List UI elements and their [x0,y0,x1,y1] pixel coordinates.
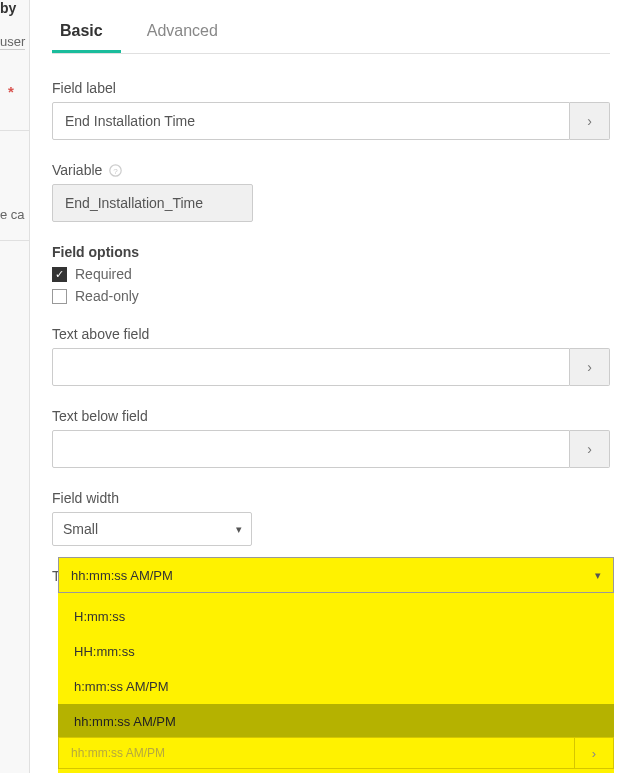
text-below-input[interactable] [52,430,570,468]
chevron-right-icon: › [587,441,592,457]
required-label: Required [75,266,132,282]
field-label-input[interactable] [52,102,570,140]
text-above-expand-button[interactable]: › [570,348,610,386]
label-text-above: Text above field [52,326,610,342]
chevron-down-icon: ▾ [595,569,601,582]
svg-text:?: ? [113,166,118,175]
chevron-right-icon: › [587,113,592,129]
dropdown-option[interactable]: hh:mm:ss AM/PM [58,704,614,739]
time-format-value: hh:mm:ss AM/PM [71,568,173,583]
tab-bar: Basic Advanced [52,0,610,54]
readonly-checkbox-row[interactable]: Read-only [52,288,610,304]
left-user-label: user [0,34,25,50]
text-below-expand-button[interactable]: › [570,430,610,468]
label-field-options: Field options [52,244,610,260]
label-field-label: Field label [52,80,610,96]
tab-advanced[interactable]: Advanced [139,22,236,53]
label-variable-text: Variable [52,162,102,178]
chevron-right-icon: › [592,746,596,761]
time-format-select[interactable]: hh:mm:ss AM/PM ▾ [58,557,614,593]
chevron-right-icon: › [587,359,592,375]
divider [0,130,30,131]
time-format-dropdown: H:mm:ss HH:mm:ss h:mm:ss AM/PM hh:mm:ss … [58,599,614,739]
divider [0,240,30,241]
ghost-expand-button[interactable]: › [574,737,614,769]
variable-input [52,184,253,222]
text-above-input[interactable] [52,348,570,386]
tab-basic[interactable]: Basic [52,22,121,53]
dropdown-option[interactable]: h:mm:ss AM/PM [58,669,614,704]
check-icon: ✓ [55,268,64,281]
ghost-value: hh:mm:ss AM/PM [58,737,574,769]
readonly-checkbox[interactable] [52,289,67,304]
label-text-below: Text below field [52,408,610,424]
required-checkbox[interactable]: ✓ [52,267,67,282]
left-by-label: by [0,0,16,16]
label-variable: Variable ? [52,162,610,178]
readonly-label: Read-only [75,288,139,304]
dropdown-option[interactable]: H:mm:ss [58,599,614,634]
field-label-expand-button[interactable]: › [570,102,610,140]
required-asterisk: * [8,83,14,100]
time-format-highlight: hh:mm:ss AM/PM ▾ H:mm:ss HH:mm:ss h:mm:s… [58,557,614,773]
required-checkbox-row[interactable]: ✓ Required [52,266,610,282]
help-icon[interactable]: ? [108,163,122,177]
label-field-width: Field width [52,490,610,506]
dropdown-option[interactable]: HH:mm:ss [58,634,614,669]
left-ca-label: e ca [0,207,25,222]
field-width-select[interactable]: Small [52,512,252,546]
